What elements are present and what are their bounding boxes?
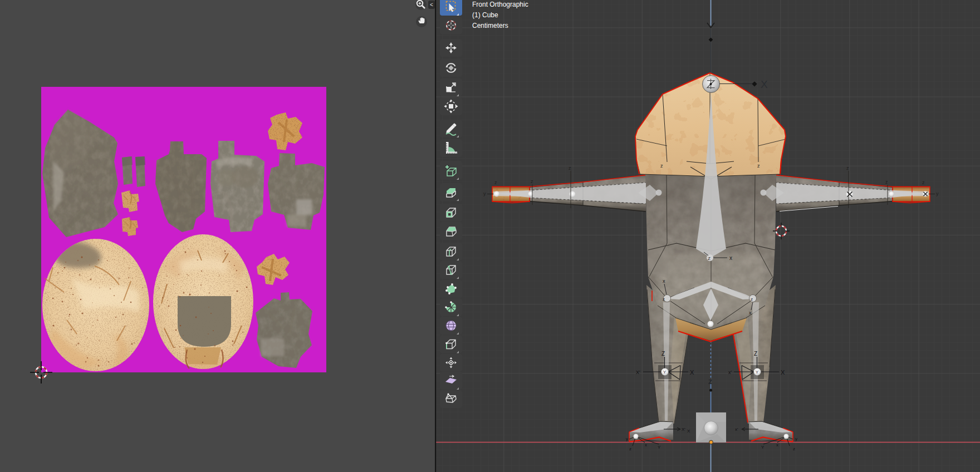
svg-text:Z: Z <box>754 351 757 357</box>
svg-text:z: z <box>494 180 497 185</box>
svg-text:Front Orthographic: Front Orthographic <box>472 1 528 8</box>
svg-text:x: x <box>776 442 778 448</box>
svg-text:X': X' <box>682 427 685 432</box>
svg-text:Z: Z <box>708 256 710 261</box>
svg-text:z: z <box>531 179 533 184</box>
svg-text:X: X <box>690 369 694 376</box>
svg-text:y: y <box>483 191 486 196</box>
svg-text:(1) Cube: (1) Cube <box>472 11 498 19</box>
svg-text:z: z <box>629 446 631 451</box>
svg-text:x: x <box>729 255 732 261</box>
svg-text:z: z <box>660 163 663 169</box>
svg-text:Y: Y <box>756 370 758 375</box>
svg-text:x: x <box>749 310 752 316</box>
svg-text:z: z <box>569 165 571 171</box>
svg-text:X': X' <box>636 370 640 375</box>
svg-text:y: y <box>795 436 797 441</box>
svg-text:z: z <box>846 165 849 171</box>
svg-text:x': x' <box>728 370 732 375</box>
svg-text:Z: Z <box>708 378 712 385</box>
svg-text:x': x' <box>735 427 738 432</box>
svg-text:x: x <box>663 278 665 284</box>
svg-text:y: y <box>626 436 628 441</box>
svg-text:X: X <box>761 78 768 90</box>
svg-text:z: z <box>885 179 888 185</box>
svg-text:X: X <box>781 369 785 376</box>
svg-text:Y: Y <box>658 445 661 450</box>
svg-text:y: y <box>936 191 939 196</box>
svg-text:z: z <box>757 163 760 169</box>
svg-text:Y: Y <box>663 370 666 375</box>
svg-text:z: z <box>663 297 665 302</box>
svg-text:z: z <box>751 297 753 302</box>
svg-text:X: X <box>687 429 690 434</box>
svg-text:<: < <box>430 2 433 8</box>
svg-text:Y: Y <box>761 445 765 450</box>
svg-text:z: z <box>922 180 925 185</box>
svg-text:x: x <box>645 442 647 448</box>
svg-text:z: z <box>793 446 795 451</box>
svg-text:Centimeters: Centimeters <box>472 22 508 30</box>
svg-text:Z: Z <box>661 351 665 357</box>
